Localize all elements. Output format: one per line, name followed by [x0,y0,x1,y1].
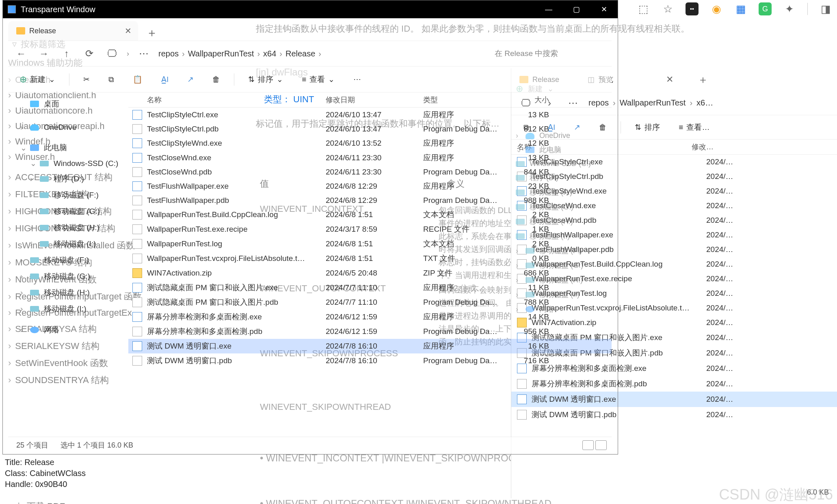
sidebar-toggle-icon[interactable]: ◨ [819,2,832,15]
col-type[interactable]: 类型 [423,95,504,105]
close-button[interactable]: ✕ [590,0,618,18]
file-row[interactable]: TestClipStyleWnd.exe2024/6/10 13:52应用程序1… [128,136,612,151]
maximize-button[interactable]: ▢ [562,0,590,18]
file-row[interactable]: WallpaperRunTest.Build.CppClean.log2024/… [128,207,612,222]
file-row[interactable]: WIN7Activation.zip2024/6/5 20:48ZIP 文件68… [128,266,612,280]
file-area[interactable]: 名称 修改日期 类型 大小 TestClipStyleCtrl.exe2024/… [128,93,612,453]
e2-breadcrumb[interactable]: repos› WallpaperRunTest› x6… [588,98,831,108]
share-button[interactable]: ↗ [182,72,199,86]
close-icon[interactable]: ✕ [125,26,132,36]
search-input[interactable]: 在 Release 中搜索 [489,45,607,62]
file-row[interactable]: 测试隐藏桌面 PM 窗口和嵌入图片.pdb2024/7/7 11:10Progr… [128,295,612,310]
details-view-icon[interactable] [582,440,594,450]
sidebar-i2[interactable]: ›移动磁盘 (I:) [8,301,128,317]
sidebar-f[interactable]: ›移动磁盘 (F:) [8,187,128,203]
ext-green-icon[interactable]: G [759,2,772,15]
sidebar-h2[interactable]: ›移动磁盘 (H:) [8,284,128,301]
file-row[interactable]: TestClipStyleCtrl.exe2024/6/10 13:47应用程序… [128,108,612,122]
forward-button[interactable]: → [36,45,52,62]
file-row[interactable]: 屏幕分辨率检测和多桌面检测.pdb2024/6/12 1:59Program D… [128,324,612,339]
file-date: 2024/6/12 1:59 [326,327,423,336]
file-row[interactable]: 测试隐藏桌面 PM 窗口和嵌入图片.exe2024/7/7 11:10应用程序1… [128,280,612,295]
file-date: 2024/… [706,172,733,181]
extensions-icon[interactable]: ⬚ [637,2,650,15]
file-row[interactable]: WallpaperRunTest.exe.recipe2024/3/17 8:5… [128,222,612,237]
file-type: Program Debug Da… [423,356,504,365]
puzzle-icon[interactable]: ✦ [783,2,796,15]
new-button[interactable]: ⊕新建 ⌄ [15,72,60,87]
tab-release[interactable]: Release ✕ [8,21,138,41]
ext-dark-icon[interactable]: •• [686,2,699,15]
file-row[interactable]: 测试 DWM 透明窗口.exe2024/7/8 16:10应用程序16 KB [128,339,612,353]
view-button[interactable]: ≡ 查看 ⌄ [297,72,340,87]
breadcrumb[interactable]: repos› WallpaperRunTest› x64› Release› [158,49,482,58]
close-icon[interactable]: ✕ [666,74,673,85]
col-name[interactable]: 名称 [147,95,326,105]
sidebar-g2[interactable]: ›移动磁盘 (G:) [8,268,128,284]
sidebar[interactable]: 桌面 ›OneDrive ⌄此电脑 ⌄Windows-SSD (C:) ›程序 … [8,93,128,453]
new-tab-button[interactable]: ＋ [698,73,708,87]
ext-yellow-icon[interactable]: ◉ [710,2,723,15]
file-size: 844 KB [504,168,549,177]
file-row[interactable]: TestCloseWnd.pdb2024/6/11 23:30Program D… [128,165,612,179]
crumb[interactable]: x6… [696,98,713,108]
view-toggle[interactable] [582,440,607,450]
sidebar-onedrive[interactable]: ›OneDrive [8,120,128,135]
crumb[interactable]: WallpaperRunTest [620,98,686,108]
divider [621,121,621,134]
sidebar-f2[interactable]: ›移动磁盘 (F:) [8,252,128,268]
sidebar-i[interactable]: ›移动磁盘 (I:) [8,236,128,252]
up-button[interactable]: ↑ [58,45,75,62]
file-icon [132,341,142,351]
file-list[interactable]: TestClipStyleCtrl.exe2024/6/10 13:47应用程序… [128,108,612,368]
file-row[interactable]: TestClipStyleCtrl.pdb2024/6/10 13:47Prog… [128,122,612,136]
sidebar-network[interactable]: ›网络 [8,322,128,338]
delete-button[interactable]: 🗑 [208,73,225,86]
ext-blue-icon[interactable]: ▦ [734,2,747,15]
col-date[interactable]: 修改日期 [326,95,423,105]
sort-button[interactable]: ⇅ 排序 ⌄ [243,72,288,87]
file-icon [132,181,142,191]
monitor-icon[interactable]: 🖵 [104,45,120,62]
crumb[interactable]: WallpaperRunTest [188,49,254,58]
rename-button[interactable]: A̲I [156,72,173,86]
view-button[interactable]: ≡ 查看… [674,120,714,135]
more-icon[interactable]: ⋯ [136,45,152,62]
file-row[interactable]: TestCloseWnd.exe2024/6/11 23:30应用程序13 KB [128,151,612,165]
col-date[interactable]: 修改… [692,142,714,152]
new-tab-button[interactable]: ＋ [146,25,158,41]
file-row[interactable]: TestFlushWallpaper.pdb2024/6/8 12:29Prog… [128,194,612,207]
cut-button[interactable]: ✂ [78,72,95,86]
sidebar-thispc[interactable]: ⌄此电脑 [8,140,128,156]
col-size[interactable]: 大小 [504,95,549,105]
back-button[interactable]: ← [13,45,29,62]
titlebar[interactable]: Transparent Window — ▢ ✕ [3,0,618,18]
file-date: 2024/6/8 1:51 [326,210,423,219]
sort-button[interactable]: ⇅ 排序 [630,120,665,135]
file-row[interactable]: 屏幕分辨率检测和多桌面检测.exe2024/6/12 1:59应用程序14 KB [128,310,612,324]
sidebar-g[interactable]: ›移动磁盘 (G:) [8,203,128,220]
crumb[interactable]: Release [285,49,315,58]
network-icon [30,327,39,333]
minimize-button[interactable]: — [535,0,562,18]
file-row[interactable]: WallpaperRunTest.vcxproj.FileListAbsolut… [128,251,612,266]
file-name: 测试隐藏桌面 PM 窗口和嵌入图片.exe [147,282,326,293]
crumb[interactable]: repos [158,49,179,58]
sidebar-desktop[interactable]: 桌面 [8,96,128,112]
paste-button[interactable]: 📋 [128,72,147,86]
file-row[interactable]: WallpaperRunTest.log2024/6/8 1:51文本文档2 K… [128,237,612,251]
sidebar-h[interactable]: ›移动磁盘 (H:) [8,220,128,236]
file-date: 2024/… [706,379,733,388]
copy-button[interactable]: ⧉ [104,73,119,86]
file-row[interactable]: 测试 DWM 透明窗口.pdb2024/7/8 16:10Program Deb… [128,353,612,368]
refresh-button[interactable]: ⟳ [81,45,97,62]
crumb[interactable]: x64 [263,49,276,58]
favorite-icon[interactable]: ☆ [661,2,674,15]
column-header[interactable]: 名称 修改日期 类型 大小 [128,93,612,108]
file-date: 2024/… [706,304,733,312]
tiles-view-icon[interactable] [595,440,607,450]
sidebar-ssd[interactable]: ⌄Windows-SSD (C:) [8,156,128,171]
sidebar-d[interactable]: ›程序 (D:) [8,171,128,187]
file-row[interactable]: TestFlushWallpaper.exe2024/6/8 12:29应用程序… [128,179,612,194]
more-button[interactable]: ⋯ [348,72,366,86]
